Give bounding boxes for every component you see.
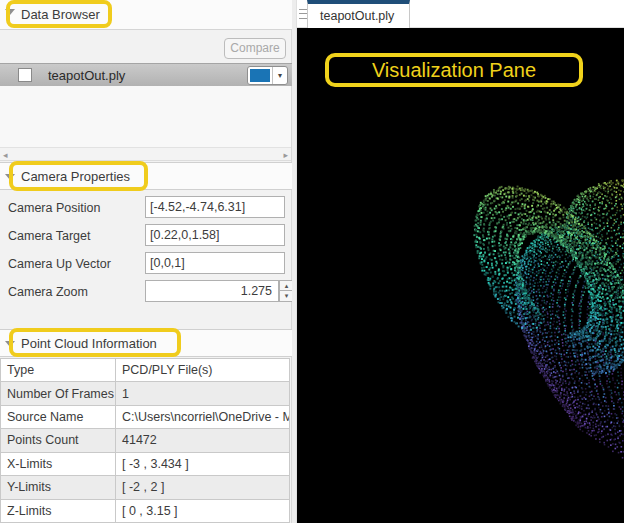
camera-up-vector-row: Camera Up Vector — [0, 252, 292, 280]
collapse-chevron-icon[interactable] — [5, 341, 15, 347]
color-swatch — [250, 69, 270, 82]
color-dropdown-button[interactable]: ▾ — [247, 66, 288, 85]
info-value: 1 — [116, 382, 290, 405]
info-key: Points Count — [1, 429, 116, 452]
file-name-label: teapotOut.ply — [48, 68, 125, 83]
tab-bar: teapotOut.ply — [297, 0, 624, 28]
info-key: X-Limits — [1, 452, 116, 475]
drag-grip-icon[interactable] — [299, 9, 307, 19]
camera-properties-header: Camera Properties — [0, 162, 292, 190]
table-row: Source Name C:\Users\ncorriel\OneDrive -… — [1, 405, 290, 428]
data-browser-panel: Data Browser Compare teapotOut.ply ▾ ◂ ▸… — [0, 0, 292, 523]
file-list-row[interactable]: teapotOut.ply ▾ — [0, 63, 292, 86]
point-cloud-viewport[interactable] — [297, 28, 624, 523]
table-row: Type PCD/PLY File(s) — [1, 359, 290, 382]
table-row: Points Count 41472 — [1, 429, 290, 452]
point-cloud-info-table: Type PCD/PLY File(s) Number Of Frames 1 … — [0, 358, 290, 523]
collapse-chevron-icon[interactable] — [5, 9, 15, 15]
info-value: [ 0 , 3.15 ] — [116, 499, 290, 522]
table-row: Y-Limits [ -2 , 2 ] — [1, 476, 290, 499]
chevron-down-icon[interactable]: ▾ — [272, 67, 287, 84]
camera-up-vector-field[interactable] — [145, 252, 285, 274]
camera-target-field[interactable] — [145, 224, 285, 246]
camera-position-label: Camera Position — [8, 201, 100, 215]
info-value: 41472 — [116, 429, 290, 452]
camera-position-field[interactable] — [145, 196, 285, 218]
camera-zoom-row: Camera Zoom ▴ ▾ — [0, 280, 292, 308]
info-value: C:\Users\ncorriel\OneDrive - Ma — [116, 405, 290, 428]
data-browser-header: Data Browser — [0, 0, 292, 30]
scroll-right-icon[interactable]: ▸ — [283, 149, 288, 161]
camera-position-row: Camera Position — [0, 196, 292, 224]
camera-zoom-label: Camera Zoom — [8, 285, 88, 299]
camera-properties-title: Camera Properties — [21, 169, 130, 184]
visualization-pane-callout: Visualization Pane — [325, 53, 583, 87]
point-cloud-info-title: Point Cloud Information — [21, 336, 157, 351]
info-key: Z-Limits — [1, 499, 116, 522]
compare-button[interactable]: Compare — [224, 38, 286, 59]
file-list-empty-area — [0, 86, 291, 147]
collapse-chevron-icon[interactable] — [5, 174, 15, 180]
table-row: X-Limits [ -3 , 3.434 ] — [1, 452, 290, 475]
info-key: Source Name — [1, 405, 116, 428]
horizontal-scrollbar[interactable]: ◂ ▸ — [0, 147, 291, 161]
camera-zoom-field[interactable] — [145, 280, 279, 302]
file-checkbox[interactable] — [18, 68, 32, 82]
tab-teapotout[interactable]: teapotOut.ply — [307, 0, 410, 28]
camera-up-vector-label: Camera Up Vector — [8, 257, 111, 271]
point-cloud-canvas[interactable] — [297, 28, 624, 523]
point-cloud-info-header: Point Cloud Information — [0, 329, 292, 357]
camera-target-row: Camera Target — [0, 224, 292, 252]
info-key: Number Of Frames — [1, 382, 116, 405]
data-browser-title: Data Browser — [21, 7, 100, 22]
info-value: [ -3 , 3.434 ] — [116, 452, 290, 475]
info-key: Y-Limits — [1, 476, 116, 499]
camera-target-label: Camera Target — [8, 229, 90, 243]
info-value: PCD/PLY File(s) — [116, 359, 290, 382]
app-window: Data Browser Compare teapotOut.ply ▾ ◂ ▸… — [0, 0, 624, 523]
info-value: [ -2 , 2 ] — [116, 476, 290, 499]
table-row: Number Of Frames 1 — [1, 382, 290, 405]
info-key: Type — [1, 359, 116, 382]
table-row: Z-Limits [ 0 , 3.15 ] — [1, 499, 290, 522]
scroll-left-icon[interactable]: ◂ — [3, 149, 8, 161]
